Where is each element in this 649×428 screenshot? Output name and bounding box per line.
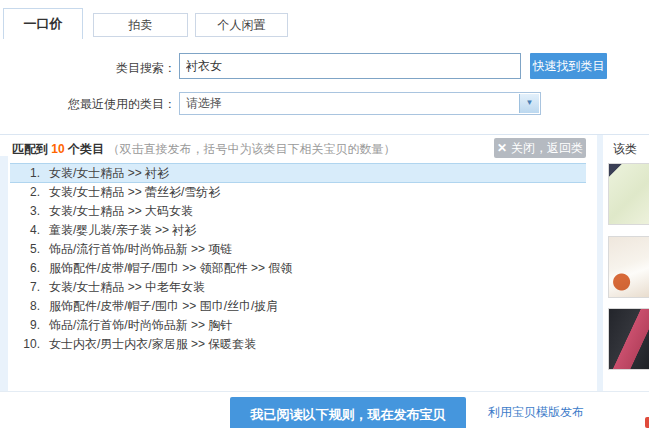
match-prefix: 匹配到 (12, 142, 48, 156)
category-number: 3. (10, 202, 40, 221)
category-row-10[interactable]: 10.女士内衣/男士内衣/家居服 >> 保暖套装 (10, 335, 586, 354)
category-path: 服饰配件/皮带/帽子/围巾 >> 围巾/丝巾/披肩 (49, 297, 278, 316)
product-thumbnail-1[interactable] (608, 163, 649, 225)
category-row-5[interactable]: 5.饰品/流行首饰/时尚饰品新 >> 项链 (10, 240, 586, 259)
category-search-label: 类目搜索： (80, 60, 176, 77)
category-path: 女士内衣/男士内衣/家居服 >> 保暖套装 (49, 335, 256, 354)
matched-category-list: 1.女装/女士精品 >> 衬衫 2.女装/女士精品 >> 蕾丝衫/雪纺衫 3.女… (10, 163, 586, 354)
tab-auction[interactable]: 拍卖 (93, 13, 188, 37)
category-row-2[interactable]: 2.女装/女士精品 >> 蕾丝衫/雪纺衫 (10, 183, 586, 202)
category-number: 9. (10, 316, 40, 335)
category-row-8[interactable]: 8.服饰配件/皮带/帽子/围巾 >> 围巾/丝巾/披肩 (10, 297, 586, 316)
category-number: 6. (10, 259, 40, 278)
category-row-9[interactable]: 9.饰品/流行首饰/时尚饰品新 >> 胸针 (10, 316, 586, 335)
category-row-7[interactable]: 7.女装/女士精品 >> 中老年女装 (10, 278, 586, 297)
tab-fixed-price[interactable]: 一口价 (3, 8, 83, 39)
match-suffix: 个类目 (68, 142, 104, 156)
category-path: 饰品/流行首饰/时尚饰品新 >> 胸针 (49, 316, 232, 335)
category-search-input[interactable] (179, 53, 521, 79)
footer-divider (0, 391, 649, 392)
product-thumbnail-3[interactable] (608, 308, 649, 370)
category-path: 女装/女士精品 >> 衬衫 (49, 164, 169, 182)
match-count: 10 (51, 142, 64, 156)
category-row-1[interactable]: 1.女装/女士精品 >> 衬衫 (10, 163, 586, 183)
match-note: （双击直接发布，括号中为该类目下相关宝贝的数量） (107, 142, 395, 156)
publish-item-button[interactable]: 我已阅读以下规则，现在发布宝贝 (230, 397, 466, 428)
category-number: 1. (10, 164, 40, 182)
edge-widget-sliver[interactable] (645, 417, 649, 428)
left-gutter (0, 156, 8, 391)
category-path: 女装/女士精品 >> 中老年女装 (49, 278, 205, 297)
matched-categories-title: 匹配到 10 个类目 （双击直接发布，括号中为该类目下相关宝贝的数量） (12, 141, 395, 158)
category-number: 4. (10, 221, 40, 240)
category-path: 服饰配件/皮带/帽子/围巾 >> 领部配件 >> 假领 (49, 259, 292, 278)
category-path: 女装/女士精品 >> 大码女装 (49, 202, 193, 221)
related-items-panel-title: 该类 (613, 141, 637, 158)
matched-categories-header: 匹配到 10 个类目 （双击直接发布，括号中为该类目下相关宝贝的数量） ✕关闭，… (0, 134, 649, 160)
category-number: 2. (10, 183, 40, 202)
product-thumbnail-2[interactable] (608, 236, 649, 298)
recent-category-selected-value: 请选择 (186, 93, 222, 114)
category-number: 7. (10, 278, 40, 297)
category-path: 女装/女士精品 >> 蕾丝衫/雪纺衫 (49, 183, 220, 202)
category-row-4[interactable]: 4.童装/婴儿装/亲子装 >> 衬衫 (10, 221, 586, 240)
close-return-category-button[interactable]: ✕关闭，返回类目 (494, 138, 586, 158)
category-number: 8. (10, 297, 40, 316)
category-path: 童装/婴儿装/亲子装 >> 衬衫 (49, 221, 196, 240)
close-icon: ✕ (497, 141, 507, 155)
category-row-6[interactable]: 6.服饰配件/皮带/帽子/围巾 >> 领部配件 >> 假领 (10, 259, 586, 278)
category-number: 10. (10, 335, 40, 354)
related-items-panel: 该类 (603, 135, 649, 391)
chevron-down-icon[interactable]: ▼ (519, 94, 539, 113)
quick-find-category-button[interactable]: 快速找到类目 (530, 53, 607, 79)
publish-with-template-link[interactable]: 利用宝贝模版发布 (488, 404, 584, 421)
category-path: 饰品/流行首饰/时尚饰品新 >> 项链 (49, 240, 232, 259)
category-number: 5. (10, 240, 40, 259)
recent-category-label: 您最近使用的类目： (60, 96, 176, 113)
tab-personal-idle[interactable]: 个人闲置 (195, 13, 288, 37)
category-row-3[interactable]: 3.女装/女士精品 >> 大码女装 (10, 202, 586, 221)
recent-category-select[interactable]: 请选择 ▼ (179, 92, 541, 115)
